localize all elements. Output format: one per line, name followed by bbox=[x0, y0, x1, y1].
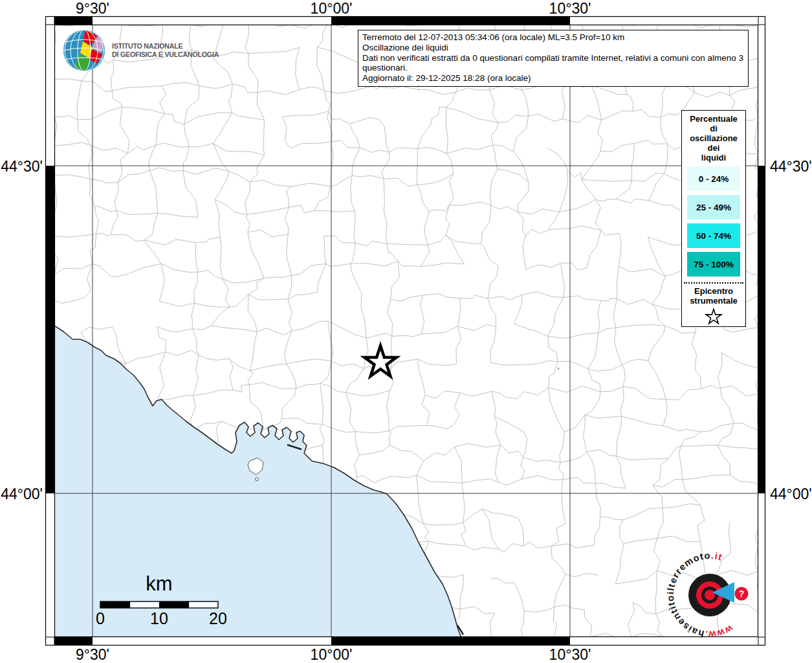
legend-divider bbox=[684, 282, 743, 284]
event-updated-at: Aggiornato il: 29-12-2025 18:28 (ora loc… bbox=[362, 73, 744, 84]
event-effect: Oscillazione dei liquidi bbox=[362, 43, 744, 53]
ingv-name: ISTITUTO NAZIONALE DI GEOFISICA E VULCAN… bbox=[112, 42, 219, 60]
event-title: Terremoto del 12-07-2013 05:34:06 (ora l… bbox=[362, 32, 744, 43]
ingv-name-line1: ISTITUTO NAZIONALE bbox=[112, 42, 219, 51]
legend-star bbox=[682, 308, 745, 328]
legend-swatch-2: 50 - 74% bbox=[687, 223, 740, 248]
macroseismic-map-page: 9°30' 10°00' 10°30' 9°30' 10°00' 10°30' … bbox=[0, 0, 812, 663]
lon-label-top-3: 10°30' bbox=[549, 0, 591, 17]
watermark-tld: .it bbox=[711, 550, 724, 563]
watermark-logo: ? www.haisentitoilterremoto.it bbox=[658, 543, 765, 650]
watermark-www: www. bbox=[704, 623, 736, 640]
lat-label-right-2: 44°00' bbox=[770, 486, 812, 503]
question-icon: ? bbox=[739, 589, 745, 599]
scale-tick-0: 0 bbox=[96, 609, 105, 628]
legend-title-line: Percentuale bbox=[682, 114, 745, 124]
legend-title-line: dei bbox=[682, 143, 745, 153]
legend-title: Percentuale di oscillazione dei liquidi bbox=[682, 114, 745, 163]
scale-tick-10: 10 bbox=[150, 609, 168, 628]
star-icon bbox=[705, 308, 723, 325]
event-info-box: Terremoto del 12-07-2013 05:34:06 (ora l… bbox=[358, 30, 749, 87]
legend-swatch-3: 75 - 100% bbox=[687, 252, 740, 276]
lon-label-bottom-2: 10°00' bbox=[311, 646, 353, 663]
lat-label-right-1: 44°30' bbox=[770, 158, 812, 175]
bullseye-icon bbox=[688, 574, 734, 616]
islet bbox=[256, 478, 259, 481]
legend-swatch-0: 0 - 24% bbox=[687, 166, 740, 191]
lat-label-left-2: 44°00' bbox=[0, 486, 43, 503]
legend-title-line: liquidi bbox=[682, 153, 745, 163]
lon-label-top-1: 9°30' bbox=[76, 0, 109, 17]
legend: Percentuale di oscillazione dei liquidi … bbox=[681, 110, 746, 327]
map-speck bbox=[558, 368, 560, 370]
ingv-name-line2: DI GEOFISICA E VULCANOLOGIA bbox=[112, 51, 219, 60]
legend-epicenter-label-2: strumentale bbox=[682, 296, 745, 306]
scale-unit-label: km bbox=[146, 572, 172, 596]
legend-title-line: di bbox=[682, 124, 745, 133]
ingv-logo: ISTITUTO NAZIONALE DI GEOFISICA E VULCAN… bbox=[63, 30, 228, 71]
ingv-globe-spacer bbox=[63, 30, 106, 71]
scale-bar bbox=[100, 601, 218, 608]
question-badge: ? bbox=[735, 587, 749, 601]
legend-swatch-1: 25 - 49% bbox=[687, 195, 740, 219]
lat-label-left-1: 44°30' bbox=[0, 158, 43, 175]
legend-title-line: oscillazione bbox=[682, 133, 745, 143]
lon-label-bottom-1: 9°30' bbox=[76, 646, 109, 663]
lon-label-bottom-3: 10°30' bbox=[549, 646, 591, 663]
scale-tick-20: 20 bbox=[209, 609, 227, 628]
event-disclaimer: Dati non verificati estratti da 0 questi… bbox=[362, 53, 744, 74]
legend-epicenter-label-1: Epicentro bbox=[682, 286, 745, 296]
lon-label-top-2: 10°00' bbox=[311, 0, 353, 17]
